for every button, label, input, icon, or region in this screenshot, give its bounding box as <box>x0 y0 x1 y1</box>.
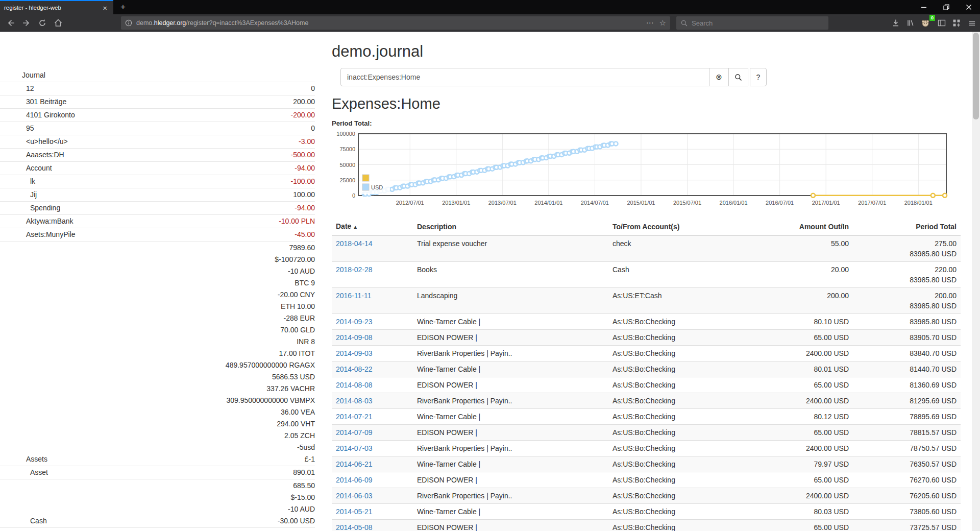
sidebar-journal-link[interactable]: Journal <box>0 69 315 82</box>
register-row[interactable]: 2014-05-08EDISON POWER |As:US:Bo:Checkin… <box>332 520 961 531</box>
col-period-total[interactable]: Period Total <box>853 219 961 235</box>
account-name[interactable]: Aktywa:mBank <box>26 215 74 227</box>
clear-query-button[interactable]: ⊗ <box>709 68 729 86</box>
register-row[interactable]: 2018-04-14Trial expense vouchercheck55.0… <box>332 235 961 262</box>
account-name[interactable]: Asets:MunyPile <box>26 229 75 240</box>
site-info-icon[interactable] <box>125 19 132 27</box>
transaction-date-link[interactable]: 2014-07-21 <box>336 413 373 421</box>
page-actions-icon[interactable]: ⋯ <box>646 18 654 28</box>
extension-button[interactable]: 0 <box>919 17 932 29</box>
back-button[interactable] <box>4 16 18 30</box>
col-amount[interactable]: Amount Out/In <box>762 219 853 235</box>
account-name[interactable]: 95 <box>26 123 34 134</box>
register-row[interactable]: 2014-07-09EDISON POWER |As:US:Bo:Checkin… <box>332 425 961 441</box>
transaction-date-link[interactable]: 2014-07-09 <box>336 428 373 437</box>
sidebar-account-row[interactable]: Aktywa:mBank-10.00 PLN <box>0 215 315 228</box>
window-restore-button[interactable] <box>935 0 958 14</box>
apps-grid-button[interactable] <box>950 17 963 29</box>
register-row[interactable]: 2014-05-21Wine-Tarner Cable |As:US:Bo:Ch… <box>332 504 961 520</box>
sidebar-account-row[interactable]: 4101 Girokonto-200.00 <box>0 109 315 122</box>
library-button[interactable] <box>904 17 917 29</box>
account-name[interactable]: Spending <box>30 202 60 214</box>
bookmark-star-icon[interactable]: ☆ <box>659 18 666 28</box>
window-minimize-button[interactable] <box>913 0 935 14</box>
forward-button[interactable] <box>19 16 34 30</box>
transaction-date-link[interactable]: 2018-04-14 <box>336 239 373 248</box>
register-row[interactable]: 2014-07-21Wine-Tarner Cable |As:US:Bo:Ch… <box>332 409 961 425</box>
transaction-date-link[interactable]: 2014-05-08 <box>336 523 373 531</box>
register-row[interactable]: 2014-08-03RiverBank Properties | Payin..… <box>332 393 961 409</box>
register-row[interactable]: 2014-09-23Wine-Tarner Cable |As:US:Bo:Ch… <box>332 314 961 330</box>
account-name[interactable]: 301 Beiträge <box>26 96 66 108</box>
sidebar-account-row[interactable]: Asset890.01 <box>0 466 315 479</box>
sidebar-account-row[interactable]: <u>hello</u>-3.00 <box>0 135 315 149</box>
transaction-date-link[interactable]: 2014-09-23 <box>336 318 373 326</box>
register-row[interactable]: 2014-08-22Wine-Tarner Cable |As:US:Bo:Ch… <box>332 361 961 377</box>
browser-search-bar[interactable]: Search <box>676 16 828 30</box>
browser-tab[interactable]: register - hledger-web × <box>0 0 113 14</box>
transaction-date-link[interactable]: 2014-08-08 <box>336 381 373 389</box>
sidebar-account-row[interactable]: Asets:MunyPile-45.00 <box>0 228 315 242</box>
account-name[interactable]: Jij <box>30 189 37 201</box>
account-name[interactable]: Asset <box>30 467 48 478</box>
sidebar-account-row[interactable]: Assets7989.60$-100720.00-10 AUDBTC 9-20.… <box>0 242 315 466</box>
tab-close-icon[interactable]: × <box>101 4 109 12</box>
account-name[interactable]: Cash <box>30 515 47 527</box>
account-name[interactable]: Aaasets:DH <box>26 149 64 161</box>
reload-button[interactable] <box>35 16 50 30</box>
home-button[interactable] <box>51 16 65 30</box>
account-name[interactable]: Assets <box>26 453 47 465</box>
account-name[interactable]: 12 <box>26 83 34 94</box>
sidebars-button[interactable] <box>935 17 948 29</box>
sidebar-account-row[interactable]: -117.00 <box>0 528 315 531</box>
register-row[interactable]: 2014-09-08EDISON POWER |As:US:Bo:Checkin… <box>332 330 961 346</box>
sidebar-account-row[interactable]: Cash685.50$-15.00-10 AUD-30.00 USD <box>0 479 315 528</box>
sidebar-account-row[interactable]: 301 Beiträge200.00 <box>0 95 315 109</box>
transaction-date-link[interactable]: 2014-09-08 <box>336 333 373 342</box>
sidebar-account-row[interactable]: Spending-94.00 <box>0 202 315 215</box>
transaction-date-link[interactable]: 2014-06-21 <box>336 460 373 468</box>
account-name[interactable]: <u>hello</u> <box>26 136 68 148</box>
col-description[interactable]: Description <box>413 219 608 235</box>
transaction-date-link[interactable]: 2014-08-03 <box>336 397 373 405</box>
transaction-date-link[interactable]: 2016-11-11 <box>336 292 372 300</box>
menu-button[interactable] <box>965 17 978 29</box>
sidebar-account-row[interactable]: Jij100.00 <box>0 188 315 202</box>
col-account[interactable]: To/From Account(s) <box>608 219 762 235</box>
help-button[interactable]: ? <box>750 68 767 86</box>
page-scrollbar[interactable] <box>972 32 980 531</box>
register-row[interactable]: 2014-09-03RiverBank Properties | Payin..… <box>332 346 961 361</box>
account-name[interactable]: lk <box>30 176 35 187</box>
scrollbar-thumb[interactable] <box>973 33 979 119</box>
transaction-date-link[interactable]: 2014-06-03 <box>336 492 373 500</box>
sidebar-account-row[interactable]: lk-100.00 <box>0 175 315 188</box>
register-row[interactable]: 2014-06-21Wine-Tarner Cable |As:US:Bo:Ch… <box>332 456 961 472</box>
transaction-date-link[interactable]: 2014-08-22 <box>336 365 373 373</box>
register-row[interactable]: 2014-08-08EDISON POWER |As:US:Bo:Checkin… <box>332 377 961 393</box>
url-bar[interactable]: demo.hledger.org/register?q=inacct%3AExp… <box>121 16 670 30</box>
transaction-date-link[interactable]: 2018-02-28 <box>336 266 373 274</box>
register-row[interactable]: 2014-07-03RiverBank Properties | Payin..… <box>332 441 961 456</box>
search-button[interactable] <box>729 68 748 86</box>
sidebar-account-row[interactable]: Aaasets:DH-500.00 <box>0 149 315 162</box>
register-row[interactable]: 2014-06-03RiverBank Properties | Payin..… <box>332 488 961 504</box>
downloads-button[interactable] <box>889 17 902 29</box>
transaction-date-link[interactable]: 2014-09-03 <box>336 349 373 357</box>
register-row[interactable]: 2016-11-11LandscapingAs:US:ET:Cash200.00… <box>332 288 961 314</box>
register-row[interactable]: 2018-02-28BooksCash20.00220.0083985.80 U… <box>332 262 961 288</box>
sidebar-account-row[interactable]: 120 <box>0 82 315 95</box>
account-name[interactable]: 4101 Girokonto <box>26 109 75 121</box>
sidebar-account-row[interactable]: Account-94.00 <box>0 162 315 175</box>
register-row[interactable]: 2014-06-09EDISON POWER |As:US:Bo:Checkin… <box>332 472 961 488</box>
new-tab-button[interactable]: + <box>116 0 130 14</box>
window-close-button[interactable] <box>958 0 980 14</box>
transaction-date-link[interactable]: 2014-07-03 <box>336 444 373 452</box>
query-input[interactable] <box>340 68 709 86</box>
col-date[interactable]: Date▲ <box>332 219 413 235</box>
data-point <box>614 141 618 146</box>
account-name[interactable]: Account <box>26 162 52 174</box>
journal-label[interactable]: Journal <box>22 69 45 81</box>
transaction-date-link[interactable]: 2014-06-09 <box>336 476 373 484</box>
transaction-date-link[interactable]: 2014-05-21 <box>336 508 373 516</box>
sidebar-account-row[interactable]: 950 <box>0 122 315 135</box>
